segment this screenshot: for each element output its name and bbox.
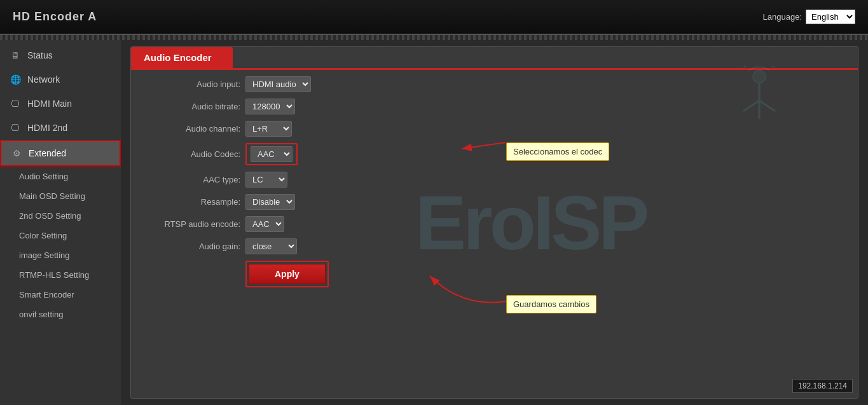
main-layout: 🖥 Status 🌐 Network 🖵 HDMI Main 🖵 HDMI 2n… (0, 40, 868, 405)
sidebar-item-hdmi-2nd[interactable]: 🖵 HDMI 2nd (0, 116, 121, 140)
sidebar-item-status[interactable]: 🖥 Status (0, 43, 121, 67)
sidebar-sub-label-audio: Audio Setting (19, 172, 68, 181)
sidebar-sub-main-osd[interactable]: Main OSD Setting (0, 186, 121, 206)
label-aac-type: AAC type: (144, 175, 245, 184)
label-resample: Resample: (144, 197, 245, 207)
label-audio-input: Audio input: (144, 79, 245, 89)
codec-highlight-box: AAC MP3 G711 (245, 143, 298, 165)
form-area: Audio input: HDMI audio Line In Mic Audi… (131, 70, 858, 300)
sidebar-sub-label-rtmp: RTMP-HLS Setting (19, 270, 89, 280)
sidebar-sub-image-setting[interactable]: image Setting (0, 245, 121, 265)
select-audio-codec[interactable]: AAC MP3 G711 (251, 146, 293, 162)
select-rtsp-audio[interactable]: AAC MP3 (245, 216, 284, 232)
select-audio-channel[interactable]: L+R L R Stereo (245, 121, 292, 137)
label-audio-gain: Audio gain: (144, 242, 245, 251)
label-audio-codec: Audio Codec: (144, 149, 245, 159)
sidebar-sub-label-smart: Smart Encoder (19, 290, 74, 299)
header-divider (0, 35, 868, 40)
sidebar-label-status: Status (27, 50, 53, 60)
sidebar-label-network: Network (27, 74, 60, 85)
sidebar-sub-onvif[interactable]: onvif setting (0, 305, 121, 324)
row-audio-channel: Audio channel: L+R L R Stereo (144, 121, 845, 137)
tv-icon-main: 🖵 (10, 98, 21, 109)
content-wrapper: EroISP Audio Encoder Audio input: (130, 46, 858, 399)
tv-icon-2nd: 🖵 (10, 122, 21, 134)
sidebar-sub-rtmp-hls[interactable]: RTMP-HLS Setting (0, 265, 121, 285)
sidebar-label-hdmi-main: HDMI Main (27, 99, 72, 109)
gear-icon: ⚙ (11, 148, 22, 159)
select-audio-gain[interactable]: close low medium high (245, 238, 297, 254)
select-aac-type[interactable]: LC HE HEv2 (245, 172, 287, 188)
sidebar-sub-label-2nd-osd: 2nd OSD Setting (19, 211, 81, 221)
sidebar-item-hdmi-main[interactable]: 🖵 HDMI Main (0, 92, 121, 116)
label-audio-bitrate: Audio bitrate: (144, 102, 245, 111)
content-area: EroISP Audio Encoder Audio input: (121, 40, 868, 405)
label-audio-channel: Audio channel: (144, 124, 245, 134)
apply-button[interactable]: Apply (249, 264, 326, 284)
row-audio-gain: Audio gain: close low medium high (144, 238, 845, 254)
sidebar-label-extended: Extended (29, 148, 66, 158)
app-title: HD Encoder A (13, 10, 97, 24)
callout-codec: Seleccionamos el codec (506, 142, 609, 161)
select-resample[interactable]: Disable Enable (245, 194, 295, 210)
label-rtsp-audio: RTSP audio encode: (144, 219, 245, 229)
select-audio-input[interactable]: HDMI audio Line In Mic (245, 76, 311, 92)
row-audio-bitrate: Audio bitrate: 64000 128000 256000 (144, 99, 845, 114)
sidebar-sub-color-setting[interactable]: Color Setting (0, 226, 121, 245)
row-apply: Apply (144, 261, 845, 287)
sidebar-sub-label-onvif: onvif setting (19, 310, 63, 319)
select-audio-bitrate[interactable]: 64000 128000 256000 (245, 99, 295, 114)
sidebar: 🖥 Status 🌐 Network 🖵 HDMI Main 🖵 HDMI 2n… (0, 40, 121, 405)
sidebar-sub-smart-encoder[interactable]: Smart Encoder (0, 285, 121, 305)
row-audio-input: Audio input: HDMI audio Line In Mic (144, 76, 845, 92)
row-aac-type: AAC type: LC HE HEv2 (144, 172, 845, 188)
sidebar-item-extended[interactable]: ⚙ Extended (0, 140, 121, 167)
sidebar-sub-audio-setting[interactable]: Audio Setting (0, 167, 121, 186)
sidebar-item-network[interactable]: 🌐 Network (0, 67, 121, 92)
header: HD Encoder A Language: English Chinese (0, 0, 868, 35)
sidebar-label-hdmi-2nd: HDMI 2nd (27, 123, 67, 133)
tab-audio-encoder[interactable]: Audio Encoder (131, 47, 233, 68)
sidebar-sub-label-color: Color Setting (19, 231, 67, 240)
callout-apply: Guardamos cambios (506, 295, 596, 313)
language-selector[interactable]: Language: English Chinese (763, 10, 855, 24)
row-resample: Resample: Disable Enable (144, 194, 845, 210)
monitor-icon: 🖥 (10, 50, 21, 61)
language-dropdown[interactable]: English Chinese (806, 10, 855, 24)
ip-address-badge: 192.168.1.214 (792, 379, 853, 393)
globe-icon: 🌐 (10, 74, 21, 85)
tab-bar: Audio Encoder (131, 47, 858, 70)
sidebar-sub-2nd-osd[interactable]: 2nd OSD Setting (0, 206, 121, 226)
row-rtsp-audio: RTSP audio encode: AAC MP3 (144, 216, 845, 232)
row-audio-codec: Audio Codec: AAC MP3 G711 (144, 143, 845, 165)
sidebar-sub-label-image: image Setting (19, 251, 70, 260)
sidebar-sub-label-main-osd: Main OSD Setting (19, 191, 85, 201)
language-label: Language: (763, 12, 802, 22)
apply-button-box: Apply (245, 261, 329, 287)
